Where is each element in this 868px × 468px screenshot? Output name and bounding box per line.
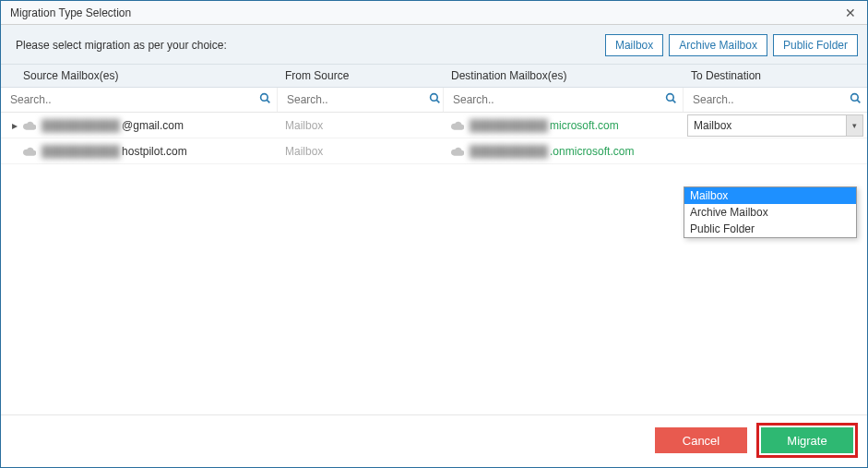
to-destination-dropdown[interactable]: Mailbox Archive Mailbox Public Folder bbox=[684, 186, 857, 238]
destination-mailbox-domain: microsoft.com bbox=[550, 119, 619, 132]
search-icon[interactable] bbox=[259, 92, 271, 107]
data-rows: ▸ ██████████ @gmail.com Mailbox ████████… bbox=[1, 113, 867, 164]
header-source: Source Mailbox(es) bbox=[1, 65, 278, 87]
cloud-icon bbox=[451, 121, 464, 130]
search-destination-cell bbox=[444, 88, 684, 112]
destination-mailbox-domain: .onmicrosoft.com bbox=[550, 145, 634, 158]
search-destination-input[interactable] bbox=[449, 91, 665, 108]
migrate-button[interactable]: Migrate bbox=[761, 427, 853, 453]
chevron-down-icon: ▾ bbox=[846, 115, 862, 136]
search-from-source-input[interactable] bbox=[283, 91, 429, 108]
from-source-value: Mailbox bbox=[285, 119, 323, 132]
toolbar: Please select migration as per your choi… bbox=[1, 25, 867, 65]
svg-line-1 bbox=[267, 100, 269, 102]
cloud-icon bbox=[451, 147, 464, 156]
header-from-source: From Source bbox=[278, 65, 444, 87]
table-row[interactable]: ██████████ hostpilot.com Mailbox ███████… bbox=[1, 138, 867, 164]
expand-caret-icon[interactable]: ▸ bbox=[8, 119, 21, 132]
source-mailbox-user: ██████████ bbox=[42, 145, 120, 158]
column-headers: Source Mailbox(es) From Source Destinati… bbox=[1, 65, 867, 88]
header-destination: Destination Mailbox(es) bbox=[444, 65, 684, 87]
archive-mailbox-button[interactable]: Archive Mailbox bbox=[669, 34, 767, 56]
svg-point-6 bbox=[851, 94, 859, 102]
to-destination-select[interactable]: Mailbox ▾ bbox=[687, 114, 863, 137]
svg-point-0 bbox=[261, 94, 268, 102]
grid: Source Mailbox(es) From Source Destinati… bbox=[1, 65, 867, 414]
cloud-icon bbox=[23, 121, 36, 130]
table-row[interactable]: ▸ ██████████ @gmail.com Mailbox ████████… bbox=[1, 113, 867, 138]
svg-point-2 bbox=[431, 94, 438, 102]
window-title: Migration Type Selection bbox=[10, 6, 131, 19]
close-button[interactable]: ✕ bbox=[839, 4, 862, 22]
expand-spacer bbox=[8, 145, 21, 158]
footer: Cancel Migrate bbox=[1, 414, 867, 467]
search-row bbox=[1, 88, 867, 113]
dropdown-item-archive[interactable]: Archive Mailbox bbox=[684, 204, 856, 221]
destination-mailbox-user: ██████████ bbox=[470, 119, 548, 132]
toolbar-label: Please select migration as per your choi… bbox=[16, 39, 227, 52]
migrate-highlight: Migrate bbox=[756, 423, 858, 458]
svg-point-4 bbox=[667, 94, 674, 102]
mailbox-button[interactable]: Mailbox bbox=[605, 34, 663, 56]
search-source-cell bbox=[1, 88, 278, 112]
destination-mailbox-user: ██████████ bbox=[470, 145, 548, 158]
search-icon[interactable] bbox=[429, 92, 441, 107]
toolbar-buttons: Mailbox Archive Mailbox Public Folder bbox=[605, 34, 858, 56]
source-mailbox-user: ██████████ bbox=[42, 119, 120, 132]
svg-line-3 bbox=[436, 100, 439, 102]
svg-line-7 bbox=[857, 100, 860, 102]
from-source-value: Mailbox bbox=[285, 145, 323, 158]
cloud-icon bbox=[23, 147, 36, 156]
search-icon[interactable] bbox=[665, 92, 677, 107]
dropdown-item-mailbox[interactable]: Mailbox bbox=[684, 187, 856, 204]
public-folder-button[interactable]: Public Folder bbox=[773, 34, 858, 56]
close-icon: ✕ bbox=[845, 6, 856, 20]
svg-line-5 bbox=[672, 100, 675, 102]
search-from-source-cell bbox=[278, 88, 444, 112]
search-source-input[interactable] bbox=[6, 91, 259, 108]
titlebar: Migration Type Selection ✕ bbox=[1, 1, 867, 25]
search-to-destination-input[interactable] bbox=[689, 91, 850, 108]
search-to-destination-cell bbox=[684, 88, 867, 112]
header-to-destination: To Destination bbox=[684, 65, 867, 87]
dropdown-item-public-folder[interactable]: Public Folder bbox=[684, 221, 856, 237]
search-icon[interactable] bbox=[850, 92, 862, 107]
cancel-button[interactable]: Cancel bbox=[655, 427, 747, 453]
to-destination-value: Mailbox bbox=[688, 119, 846, 132]
source-mailbox-domain: hostpilot.com bbox=[122, 145, 187, 158]
source-mailbox-domain: @gmail.com bbox=[122, 119, 184, 132]
